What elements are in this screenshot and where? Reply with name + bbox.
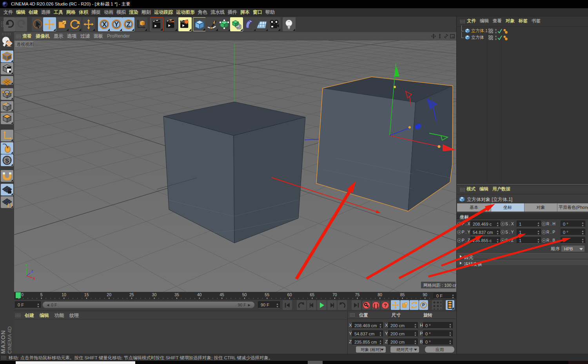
svg-text:( ): ( ) [374, 303, 378, 308]
svg-text:70: 70 [332, 292, 337, 297]
svg-text:40: 40 [197, 292, 202, 297]
svg-text:?: ? [384, 302, 387, 308]
svg-text:65: 65 [310, 292, 314, 297]
svg-text:Z: Z [31, 269, 33, 273]
svg-text:Y: Y [25, 263, 28, 267]
svg-text:S: S [5, 157, 9, 164]
svg-text:75: 75 [355, 292, 360, 297]
svg-text:Z: Z [127, 21, 131, 28]
svg-text:10: 10 [62, 292, 66, 297]
svg-text:X: X [102, 21, 107, 28]
svg-text:P: P [422, 303, 425, 307]
svg-text:X: X [33, 277, 35, 281]
svg-text:85: 85 [400, 292, 405, 297]
svg-text:25: 25 [129, 292, 134, 297]
svg-text:30: 30 [152, 292, 157, 297]
svg-text:15: 15 [84, 292, 89, 297]
svg-text:55: 55 [265, 292, 269, 297]
svg-text:45: 45 [220, 292, 224, 297]
svg-text:0: 0 [21, 292, 24, 297]
svg-text:5: 5 [40, 292, 43, 297]
svg-text:透视视图: 透视视图 [16, 42, 34, 47]
svg-text:Y: Y [114, 21, 119, 28]
svg-text:90: 90 [423, 292, 427, 297]
svg-text:35: 35 [174, 292, 179, 297]
svg-text:网格间距 : 100 cm: 网格间距 : 100 cm [423, 283, 456, 288]
svg-text:80: 80 [377, 292, 382, 297]
svg-text:20: 20 [107, 292, 111, 297]
svg-text:60: 60 [287, 292, 292, 297]
svg-text:50: 50 [242, 292, 247, 297]
